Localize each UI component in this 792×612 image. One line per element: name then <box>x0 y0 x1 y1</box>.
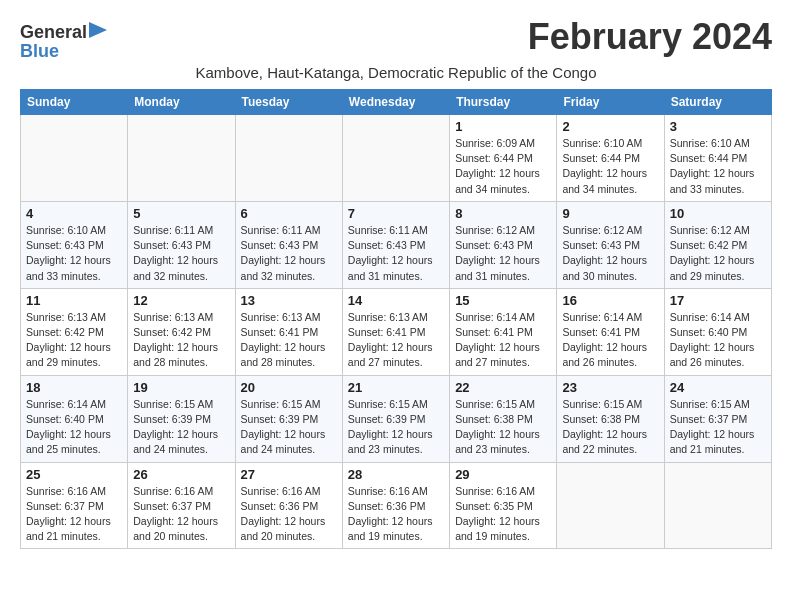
day-info: Sunrise: 6:16 AM Sunset: 6:36 PM Dayligh… <box>241 484 337 545</box>
day-number: 11 <box>26 293 122 308</box>
calendar-cell <box>342 115 449 202</box>
day-number: 14 <box>348 293 444 308</box>
calendar-cell: 21Sunrise: 6:15 AM Sunset: 6:39 PM Dayli… <box>342 375 449 462</box>
day-number: 23 <box>562 380 658 395</box>
calendar-week-row: 11Sunrise: 6:13 AM Sunset: 6:42 PM Dayli… <box>21 288 772 375</box>
calendar-cell <box>128 115 235 202</box>
svg-marker-0 <box>89 22 107 38</box>
calendar-week-row: 18Sunrise: 6:14 AM Sunset: 6:40 PM Dayli… <box>21 375 772 462</box>
day-number: 26 <box>133 467 229 482</box>
day-number: 2 <box>562 119 658 134</box>
day-info: Sunrise: 6:10 AM Sunset: 6:44 PM Dayligh… <box>562 136 658 197</box>
column-header-monday: Monday <box>128 90 235 115</box>
day-info: Sunrise: 6:13 AM Sunset: 6:41 PM Dayligh… <box>348 310 444 371</box>
column-header-tuesday: Tuesday <box>235 90 342 115</box>
day-info: Sunrise: 6:15 AM Sunset: 6:39 PM Dayligh… <box>133 397 229 458</box>
day-number: 27 <box>241 467 337 482</box>
calendar-cell: 27Sunrise: 6:16 AM Sunset: 6:36 PM Dayli… <box>235 462 342 549</box>
calendar-cell: 26Sunrise: 6:16 AM Sunset: 6:37 PM Dayli… <box>128 462 235 549</box>
day-number: 12 <box>133 293 229 308</box>
day-number: 9 <box>562 206 658 221</box>
day-info: Sunrise: 6:14 AM Sunset: 6:40 PM Dayligh… <box>26 397 122 458</box>
day-info: Sunrise: 6:13 AM Sunset: 6:42 PM Dayligh… <box>133 310 229 371</box>
day-number: 24 <box>670 380 766 395</box>
day-info: Sunrise: 6:10 AM Sunset: 6:44 PM Dayligh… <box>670 136 766 197</box>
day-number: 25 <box>26 467 122 482</box>
column-header-wednesday: Wednesday <box>342 90 449 115</box>
calendar-week-row: 25Sunrise: 6:16 AM Sunset: 6:37 PM Dayli… <box>21 462 772 549</box>
day-number: 15 <box>455 293 551 308</box>
calendar-cell <box>21 115 128 202</box>
day-info: Sunrise: 6:12 AM Sunset: 6:42 PM Dayligh… <box>670 223 766 284</box>
calendar-week-row: 4Sunrise: 6:10 AM Sunset: 6:43 PM Daylig… <box>21 201 772 288</box>
day-number: 1 <box>455 119 551 134</box>
column-header-sunday: Sunday <box>21 90 128 115</box>
calendar-cell: 22Sunrise: 6:15 AM Sunset: 6:38 PM Dayli… <box>450 375 557 462</box>
day-number: 5 <box>133 206 229 221</box>
calendar-cell: 8Sunrise: 6:12 AM Sunset: 6:43 PM Daylig… <box>450 201 557 288</box>
day-info: Sunrise: 6:13 AM Sunset: 6:42 PM Dayligh… <box>26 310 122 371</box>
calendar-cell: 19Sunrise: 6:15 AM Sunset: 6:39 PM Dayli… <box>128 375 235 462</box>
day-number: 10 <box>670 206 766 221</box>
day-info: Sunrise: 6:14 AM Sunset: 6:41 PM Dayligh… <box>562 310 658 371</box>
calendar-cell: 24Sunrise: 6:15 AM Sunset: 6:37 PM Dayli… <box>664 375 771 462</box>
column-header-thursday: Thursday <box>450 90 557 115</box>
day-info: Sunrise: 6:11 AM Sunset: 6:43 PM Dayligh… <box>348 223 444 284</box>
month-title: February 2024 <box>528 16 772 58</box>
calendar-cell <box>557 462 664 549</box>
day-number: 6 <box>241 206 337 221</box>
page-header: General Blue February 2024 <box>20 16 772 60</box>
day-info: Sunrise: 6:15 AM Sunset: 6:38 PM Dayligh… <box>455 397 551 458</box>
day-info: Sunrise: 6:12 AM Sunset: 6:43 PM Dayligh… <box>562 223 658 284</box>
day-info: Sunrise: 6:15 AM Sunset: 6:38 PM Dayligh… <box>562 397 658 458</box>
calendar-cell: 6Sunrise: 6:11 AM Sunset: 6:43 PM Daylig… <box>235 201 342 288</box>
day-info: Sunrise: 6:10 AM Sunset: 6:43 PM Dayligh… <box>26 223 122 284</box>
day-number: 8 <box>455 206 551 221</box>
day-info: Sunrise: 6:16 AM Sunset: 6:36 PM Dayligh… <box>348 484 444 545</box>
day-info: Sunrise: 6:14 AM Sunset: 6:41 PM Dayligh… <box>455 310 551 371</box>
calendar-cell: 3Sunrise: 6:10 AM Sunset: 6:44 PM Daylig… <box>664 115 771 202</box>
day-number: 17 <box>670 293 766 308</box>
calendar-table: SundayMondayTuesdayWednesdayThursdayFrid… <box>20 89 772 549</box>
calendar-cell <box>235 115 342 202</box>
calendar-cell: 17Sunrise: 6:14 AM Sunset: 6:40 PM Dayli… <box>664 288 771 375</box>
calendar-cell: 16Sunrise: 6:14 AM Sunset: 6:41 PM Dayli… <box>557 288 664 375</box>
day-number: 16 <box>562 293 658 308</box>
day-info: Sunrise: 6:11 AM Sunset: 6:43 PM Dayligh… <box>133 223 229 284</box>
calendar-cell: 28Sunrise: 6:16 AM Sunset: 6:36 PM Dayli… <box>342 462 449 549</box>
calendar-cell: 10Sunrise: 6:12 AM Sunset: 6:42 PM Dayli… <box>664 201 771 288</box>
calendar-cell: 25Sunrise: 6:16 AM Sunset: 6:37 PM Dayli… <box>21 462 128 549</box>
calendar-cell: 9Sunrise: 6:12 AM Sunset: 6:43 PM Daylig… <box>557 201 664 288</box>
calendar-cell <box>664 462 771 549</box>
calendar-cell: 7Sunrise: 6:11 AM Sunset: 6:43 PM Daylig… <box>342 201 449 288</box>
day-info: Sunrise: 6:16 AM Sunset: 6:37 PM Dayligh… <box>133 484 229 545</box>
calendar-cell: 4Sunrise: 6:10 AM Sunset: 6:43 PM Daylig… <box>21 201 128 288</box>
day-number: 18 <box>26 380 122 395</box>
day-number: 7 <box>348 206 444 221</box>
day-number: 28 <box>348 467 444 482</box>
day-number: 13 <box>241 293 337 308</box>
day-info: Sunrise: 6:12 AM Sunset: 6:43 PM Dayligh… <box>455 223 551 284</box>
day-info: Sunrise: 6:11 AM Sunset: 6:43 PM Dayligh… <box>241 223 337 284</box>
day-number: 3 <box>670 119 766 134</box>
day-number: 21 <box>348 380 444 395</box>
calendar-cell: 1Sunrise: 6:09 AM Sunset: 6:44 PM Daylig… <box>450 115 557 202</box>
day-info: Sunrise: 6:16 AM Sunset: 6:37 PM Dayligh… <box>26 484 122 545</box>
calendar-cell: 20Sunrise: 6:15 AM Sunset: 6:39 PM Dayli… <box>235 375 342 462</box>
logo-general-text: General <box>20 23 87 41</box>
day-info: Sunrise: 6:15 AM Sunset: 6:37 PM Dayligh… <box>670 397 766 458</box>
column-header-friday: Friday <box>557 90 664 115</box>
day-info: Sunrise: 6:14 AM Sunset: 6:40 PM Dayligh… <box>670 310 766 371</box>
calendar-cell: 29Sunrise: 6:16 AM Sunset: 6:35 PM Dayli… <box>450 462 557 549</box>
calendar-cell: 2Sunrise: 6:10 AM Sunset: 6:44 PM Daylig… <box>557 115 664 202</box>
calendar-cell: 11Sunrise: 6:13 AM Sunset: 6:42 PM Dayli… <box>21 288 128 375</box>
day-number: 20 <box>241 380 337 395</box>
calendar-cell: 13Sunrise: 6:13 AM Sunset: 6:41 PM Dayli… <box>235 288 342 375</box>
calendar-cell: 14Sunrise: 6:13 AM Sunset: 6:41 PM Dayli… <box>342 288 449 375</box>
day-number: 19 <box>133 380 229 395</box>
day-info: Sunrise: 6:15 AM Sunset: 6:39 PM Dayligh… <box>241 397 337 458</box>
calendar-cell: 5Sunrise: 6:11 AM Sunset: 6:43 PM Daylig… <box>128 201 235 288</box>
day-number: 4 <box>26 206 122 221</box>
calendar-cell: 23Sunrise: 6:15 AM Sunset: 6:38 PM Dayli… <box>557 375 664 462</box>
logo-blue-text: Blue <box>20 42 59 60</box>
